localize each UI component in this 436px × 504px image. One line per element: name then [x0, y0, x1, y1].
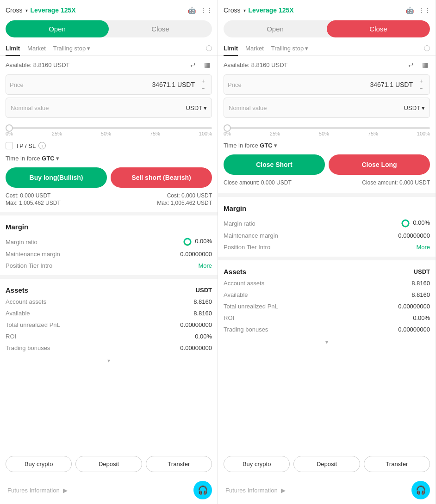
left-price-decrement[interactable]: －	[199, 85, 208, 92]
right-nominal-input[interactable]: Nominal value USDT ▾	[224, 98, 430, 118]
left-position-tier-key: Position Tier Intro	[6, 262, 52, 269]
right-support-button[interactable]: 🎧	[411, 481, 430, 499]
right-position-tier-row: Position Tier Intro More	[224, 241, 430, 253]
left-cross-chevron[interactable]: ▾	[25, 8, 28, 13]
right-tab-limit[interactable]: Limit	[224, 41, 238, 55]
left-available-text: Available: 8.8160 USDT	[6, 61, 70, 68]
right-slider[interactable]: 0% 25% 50% 75% 100%	[218, 122, 436, 140]
left-tab-info-icon[interactable]: ⓘ	[206, 44, 212, 53]
right-asset-key-3: ROI	[224, 314, 234, 321]
right-position-tier-link[interactable]: More	[416, 244, 430, 251]
right-available-row: Available: 8.8160 USDT ⇄ ▦	[218, 56, 436, 72]
right-slider-labels: 0% 25% 50% 75% 100%	[224, 131, 430, 136]
left-cross-label: Cross	[6, 6, 23, 14]
right-slider-thumb[interactable]	[224, 124, 231, 132]
left-price-input[interactable]: Price 34671.1 USDT ＋ －	[6, 74, 212, 95]
left-tab-limit[interactable]: Limit	[6, 41, 20, 55]
left-buy-long-button[interactable]: Buy long(Bullish)	[6, 167, 107, 188]
right-robot-icon[interactable]: 🤖	[404, 5, 415, 16]
right-price-decrement[interactable]: －	[417, 85, 426, 92]
right-assets-header: Assets USDT	[218, 262, 436, 277]
right-grid-icon[interactable]: ⋮⋮	[419, 5, 430, 16]
left-divider-2	[0, 275, 218, 279]
right-margin-ratio-icon	[401, 219, 410, 227]
left-asset-key-2: Total unrealized PnL	[6, 321, 60, 328]
right-open-button[interactable]: Open	[224, 20, 327, 37]
left-deposit-button[interactable]: Deposit	[75, 456, 142, 472]
left-nominal-input[interactable]: Nominal value USDT ▾	[6, 98, 212, 118]
left-close-button[interactable]: Close	[109, 20, 212, 37]
left-futures-text: Futures Information ▶	[6, 487, 68, 494]
left-grid-icon[interactable]: ⋮⋮	[201, 5, 212, 16]
left-tab-trailing[interactable]: Trailing stop ▾	[53, 41, 90, 55]
left-price-increment[interactable]: ＋	[199, 77, 208, 85]
right-transfer-button[interactable]: Transfer	[364, 456, 430, 472]
left-margin-ratio-row: Margin ratio 0.00%	[6, 235, 212, 248]
right-close-long-button[interactable]: Close Long	[329, 154, 430, 175]
right-asset-row-1: Available 8.8160	[224, 289, 430, 301]
right-transfer-icon[interactable]: ⇄	[406, 60, 416, 70]
left-maintenance-val: 0.00000000	[180, 251, 212, 258]
right-cross-label: Cross	[224, 6, 241, 14]
left-expand-chevron[interactable]: ▾	[0, 356, 218, 365]
left-slider-thumb[interactable]	[6, 124, 13, 132]
left-nominal-currency[interactable]: USDT ▾	[186, 104, 207, 111]
left-assets-header: Assets USDT	[0, 281, 218, 296]
left-asset-val-3: 0.00%	[195, 333, 212, 340]
left-position-tier-row: Position Tier Intro More	[6, 260, 212, 271]
left-tpsl-checkbox[interactable]	[6, 142, 13, 149]
left-support-button[interactable]: 🎧	[193, 481, 212, 499]
left-open-button[interactable]: Open	[6, 20, 109, 37]
left-robot-icon[interactable]: 🤖	[186, 5, 197, 16]
right-cross-chevron[interactable]: ▾	[243, 8, 246, 13]
right-close-button[interactable]: Close	[327, 20, 430, 37]
left-slider[interactable]: 0% 25% 50% 75% 100%	[0, 122, 218, 140]
left-cost-left: Cost: 0.000 USDT Max: 1,005.462 USDT	[6, 192, 61, 206]
right-price-input[interactable]: Price 34671.1 USDT ＋ －	[224, 74, 430, 95]
right-nominal-currency[interactable]: USDT ▾	[404, 104, 425, 111]
left-sell-short-button[interactable]: Sell short (Bearish)	[111, 167, 212, 188]
svg-point-3	[402, 220, 409, 227]
left-bottom-btns: Buy crypto Deposit Transfer	[0, 450, 218, 476]
left-available-row: Available: 8.8160 USDT ⇄ ▦	[0, 56, 218, 72]
left-slider-track	[6, 127, 212, 129]
right-price-increment[interactable]: ＋	[417, 77, 426, 85]
right-action-btns: Close Short Close Long	[224, 154, 430, 175]
right-gtc-chevron[interactable]: ▾	[274, 142, 277, 149]
left-assets-title: Assets	[6, 286, 28, 294]
left-calculator-icon[interactable]: ▦	[202, 60, 212, 70]
left-transfer-icon[interactable]: ⇄	[188, 60, 198, 70]
right-maintenance-val: 0.00000000	[398, 232, 430, 239]
right-buy-crypto-button[interactable]: Buy crypto	[224, 456, 290, 472]
right-tab-info-icon[interactable]: ⓘ	[424, 44, 430, 53]
left-margin-ratio-icon	[183, 238, 192, 246]
left-tpsl-label: TP / SL	[16, 142, 36, 149]
right-trailing-chevron: ▾	[305, 45, 308, 52]
left-gtc-chevron[interactable]: ▾	[56, 155, 59, 162]
right-calculator-icon[interactable]: ▦	[420, 60, 430, 70]
left-asset-key-0: Account assets	[6, 298, 46, 305]
right-assets-currency: USDT	[414, 268, 430, 275]
left-position-tier-link[interactable]: More	[198, 262, 212, 269]
left-asset-key-3: ROI	[6, 333, 16, 340]
right-deposit-button[interactable]: Deposit	[293, 456, 360, 472]
right-close-short-button[interactable]: Close Short	[224, 154, 325, 175]
left-tpsl-info-icon[interactable]: i	[38, 142, 46, 149]
right-expand-chevron[interactable]: ▾	[218, 337, 436, 346]
left-margin-title: Margin	[6, 223, 212, 231]
left-maintenance-row: Maintenance margin 0.00000000	[6, 248, 212, 260]
left-transfer-button[interactable]: Transfer	[146, 456, 212, 472]
right-tab-bar: Limit Market Trailing stop ▾ ⓘ	[218, 41, 436, 56]
right-margin-section: Margin Margin ratio 0.00% Maintenance ma…	[218, 199, 436, 255]
left-margin-ratio-val: 0.00%	[183, 238, 212, 246]
right-tab-trailing[interactable]: Trailing stop ▾	[271, 41, 308, 55]
left-buy-crypto-button[interactable]: Buy crypto	[6, 456, 72, 472]
left-tab-market[interactable]: Market	[27, 41, 46, 55]
right-asset-row-3: ROI 0.00%	[224, 312, 430, 324]
right-nominal-chevron: ▾	[422, 104, 425, 111]
right-tab-market[interactable]: Market	[245, 41, 264, 55]
right-available-icons: ⇄ ▦	[406, 60, 430, 70]
left-futures-bar: Futures Information ▶ 🎧	[0, 476, 218, 504]
right-asset-val-2: 0.00000000	[398, 303, 430, 310]
right-asset-val-4: 0.00000000	[398, 326, 430, 333]
